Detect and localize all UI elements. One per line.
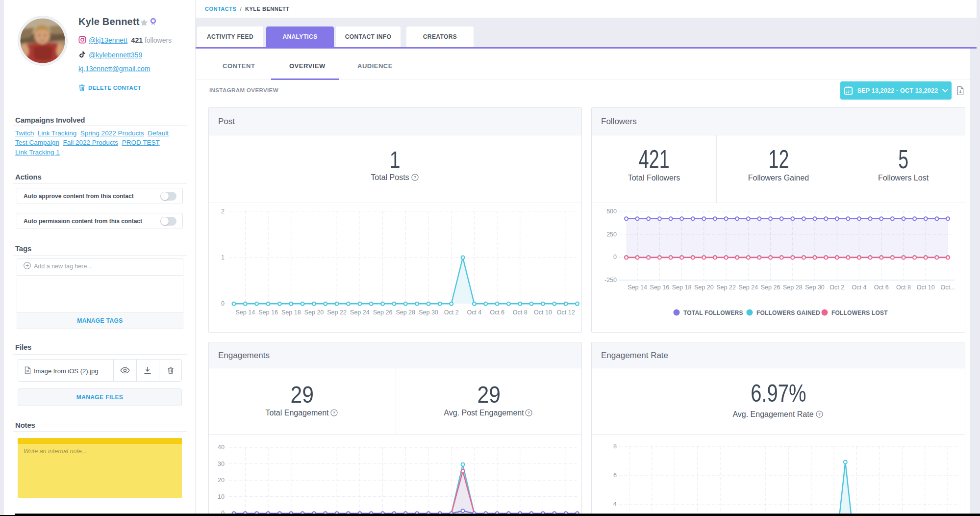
svg-text:40: 40 xyxy=(218,444,225,451)
svg-text:Oct 4: Oct 4 xyxy=(852,284,867,291)
svg-text:2: 2 xyxy=(221,208,225,215)
svg-text:500: 500 xyxy=(606,208,617,215)
svg-text:Sep 28: Sep 28 xyxy=(783,284,803,291)
svg-text:6: 6 xyxy=(613,472,617,479)
svg-text:Oct 8: Oct 8 xyxy=(513,309,528,316)
svg-text:30: 30 xyxy=(218,461,225,467)
svg-text:Sep 22: Sep 22 xyxy=(327,309,347,316)
svg-text:Sep 30: Sep 30 xyxy=(419,309,438,316)
svg-text:Sep 30: Sep 30 xyxy=(805,284,825,291)
svg-text:Sep 18: Sep 18 xyxy=(672,284,692,291)
svg-text:Sep 24: Sep 24 xyxy=(350,309,370,316)
svg-text:FOLLOWERS LOST: FOLLOWERS LOST xyxy=(831,310,888,316)
svg-text:Sep 14: Sep 14 xyxy=(628,284,647,291)
svg-text:Sep 16: Sep 16 xyxy=(650,284,670,291)
svg-text:Sep 20: Sep 20 xyxy=(304,309,324,316)
svg-text:?: ? xyxy=(818,412,821,416)
svg-text:Oct 2: Oct 2 xyxy=(444,309,459,316)
svg-text:8: 8 xyxy=(613,443,617,450)
svg-text:4: 4 xyxy=(613,501,617,508)
svg-text:?: ? xyxy=(333,411,335,415)
svg-text:?: ? xyxy=(414,175,416,180)
svg-text:1: 1 xyxy=(221,254,225,261)
svg-text:20: 20 xyxy=(218,477,225,484)
svg-text:Oct 6: Oct 6 xyxy=(874,284,889,291)
svg-text:Oct...: Oct... xyxy=(941,284,955,291)
svg-text:Sep 22: Sep 22 xyxy=(716,284,736,291)
svg-text:Sep 28: Sep 28 xyxy=(396,309,415,316)
svg-text:-250: -250 xyxy=(604,277,617,284)
svg-text:Oct 8: Oct 8 xyxy=(896,284,911,291)
svg-text:Oct 10: Oct 10 xyxy=(534,309,552,316)
svg-text:Oct 2: Oct 2 xyxy=(829,284,844,291)
svg-text:Oct 12: Oct 12 xyxy=(557,309,575,316)
svg-text:0: 0 xyxy=(613,254,617,260)
svg-text:Oct 6: Oct 6 xyxy=(490,309,504,316)
svg-text:TOTAL FOLLOWERS: TOTAL FOLLOWERS xyxy=(683,310,743,316)
svg-text:Sep 26: Sep 26 xyxy=(761,284,780,291)
svg-text:10: 10 xyxy=(218,493,225,500)
svg-text:Sep 26: Sep 26 xyxy=(373,309,393,316)
svg-text:250: 250 xyxy=(606,231,617,238)
svg-text:?: ? xyxy=(528,411,530,415)
svg-text:Oct 4: Oct 4 xyxy=(467,309,481,316)
svg-text:FOLLOWERS GAINED: FOLLOWERS GAINED xyxy=(756,310,820,316)
svg-text:Sep 14: Sep 14 xyxy=(235,309,255,316)
svg-text:0: 0 xyxy=(221,300,225,307)
svg-text:Sep 20: Sep 20 xyxy=(694,284,714,291)
svg-text:Sep 18: Sep 18 xyxy=(281,309,301,316)
svg-text:Sep 16: Sep 16 xyxy=(258,309,278,316)
svg-text:Sep 24: Sep 24 xyxy=(738,284,758,291)
svg-text:Oct 10: Oct 10 xyxy=(917,284,935,291)
